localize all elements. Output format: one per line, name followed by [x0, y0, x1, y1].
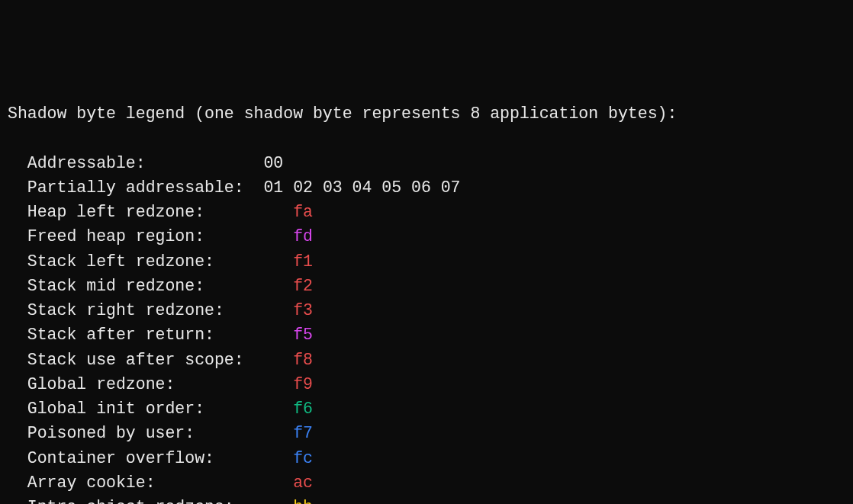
- legend-entry: Poisoned by user: f7: [8, 421, 845, 445]
- legend-entry: Global redzone: f9: [8, 372, 845, 396]
- legend-label: Container overflow:: [27, 446, 264, 470]
- legend-value: fa: [293, 203, 313, 221]
- legend-entry: Array cookie: ac: [8, 470, 845, 495]
- value-pad: [263, 351, 293, 369]
- legend-entry: Stack mid redzone: f2: [8, 274, 845, 298]
- legend-entry: Stack use after scope: f8: [8, 348, 845, 372]
- legend-label: Intra object redzone:: [27, 495, 264, 504]
- legend-title-text: Shadow byte legend (one shadow byte repr…: [8, 104, 677, 123]
- indent: [8, 375, 27, 393]
- value-pad: [263, 277, 293, 295]
- value-pad: [263, 449, 293, 467]
- legend-value: f5: [293, 326, 313, 344]
- legend-value: f8: [293, 351, 313, 369]
- value-pad: [263, 203, 293, 221]
- indent: [8, 424, 27, 442]
- legend-label: Stack right redzone:: [27, 298, 264, 323]
- legend-label: Heap left redzone:: [27, 200, 264, 224]
- legend-label: Partially addressable:: [27, 175, 264, 200]
- legend-title: Shadow byte legend (one shadow byte repr…: [8, 101, 845, 126]
- legend-value: ac: [293, 474, 313, 492]
- value-pad: [263, 326, 293, 344]
- legend-value: f7: [293, 424, 313, 442]
- indent: [8, 498, 27, 504]
- legend-value: fc: [293, 449, 313, 467]
- value-pad: [263, 227, 293, 246]
- legend-value: f2: [293, 277, 313, 295]
- legend-label: Array cookie:: [27, 470, 264, 495]
- legend-entry: Stack after return: f5: [8, 323, 845, 347]
- legend-entries: Addressable: 00 Partially addressable: 0…: [8, 151, 845, 505]
- indent: [8, 326, 27, 344]
- legend-entry: Freed heap region: fd: [8, 224, 845, 249]
- indent: [8, 301, 27, 319]
- legend-label: Stack after return:: [27, 323, 264, 347]
- legend-entry: Stack right redzone: f3: [8, 298, 845, 323]
- legend-value: f6: [293, 400, 313, 418]
- legend-entry: Container overflow: fc: [8, 446, 845, 470]
- legend-label: Global redzone:: [27, 372, 264, 396]
- value-pad: [263, 252, 293, 271]
- indent: [8, 227, 27, 246]
- legend-entry: Stack left redzone: f1: [8, 249, 845, 274]
- legend-value: f9: [293, 375, 313, 393]
- indent: [8, 351, 27, 369]
- legend-label: Poisoned by user:: [27, 421, 264, 445]
- value-pad: [263, 400, 293, 418]
- legend-value: 00: [263, 154, 283, 172]
- value-pad: [263, 301, 293, 319]
- legend-label: Global init order:: [27, 396, 264, 421]
- value-pad: [263, 474, 293, 492]
- legend-value: bb: [293, 498, 313, 504]
- value-pad: [263, 375, 293, 393]
- legend-label: Freed heap region:: [27, 224, 264, 249]
- indent: [8, 449, 27, 467]
- indent: [8, 252, 27, 271]
- legend-label: Stack mid redzone:: [27, 274, 264, 298]
- legend-entry: Intra object redzone: bb: [8, 495, 845, 504]
- indent: [8, 178, 27, 197]
- legend-value: fd: [293, 227, 313, 246]
- legend-label: Addressable:: [27, 151, 264, 175]
- legend-value: f3: [293, 301, 313, 319]
- legend-entry: Partially addressable: 01 02 03 04 05 06…: [8, 175, 845, 200]
- indent: [8, 474, 27, 492]
- value-pad: [263, 424, 293, 442]
- indent: [8, 203, 27, 221]
- legend-entry: Heap left redzone: fa: [8, 200, 845, 224]
- legend-entry: Global init order: f6: [8, 396, 845, 421]
- legend-label: Stack use after scope:: [27, 348, 264, 372]
- legend-entry: Addressable: 00: [8, 151, 845, 175]
- indent: [8, 154, 27, 172]
- indent: [8, 277, 27, 295]
- legend-label: Stack left redzone:: [27, 249, 264, 274]
- legend-value: f1: [293, 252, 313, 271]
- indent: [8, 400, 27, 418]
- value-pad: [263, 498, 293, 504]
- legend-value: 01 02 03 04 05 06 07: [263, 178, 460, 197]
